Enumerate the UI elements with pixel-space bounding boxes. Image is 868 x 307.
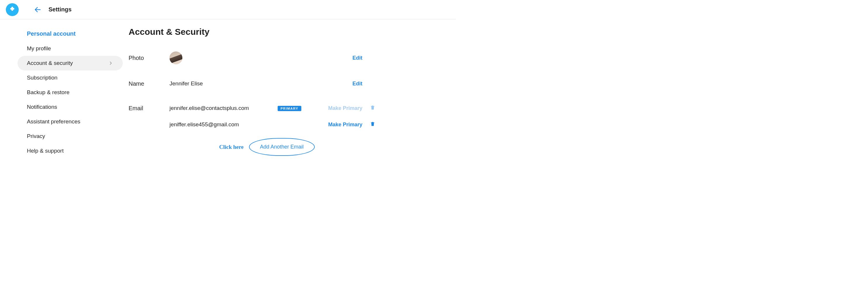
row-photo: Photo Edit — [129, 45, 456, 71]
topbar: Settings — [0, 0, 456, 19]
row-label-name: Name — [129, 81, 169, 87]
chevron-right-icon — [108, 61, 114, 66]
logo-icon — [9, 6, 16, 13]
sidebar: Personal account My profile Account & se… — [0, 26, 129, 158]
edit-name-button[interactable]: Edit — [352, 81, 363, 87]
email-address-0: jennifer.elise@contactsplus.com — [169, 105, 278, 112]
sidebar-item-assistant-preferences[interactable]: Assistant preferences — [18, 114, 123, 129]
email-address-1: jeniffer.elise455@gmail.com — [169, 121, 278, 128]
avatar[interactable] — [169, 52, 182, 64]
row-label-photo: Photo — [129, 55, 169, 61]
add-email-row: Click here Add Another Email — [129, 133, 456, 156]
page-breadcrumb: Settings — [49, 6, 71, 13]
sidebar-section-personal-account[interactable]: Personal account — [18, 26, 123, 41]
arrow-left-icon — [34, 6, 41, 13]
sidebar-item-label: Subscription — [27, 74, 58, 81]
primary-badge: PRIMARY — [278, 106, 301, 111]
page-title: Account & Security — [129, 26, 456, 45]
photo-value — [169, 52, 278, 64]
edit-photo-button[interactable]: Edit — [352, 55, 363, 61]
sidebar-item-label: Assistant preferences — [27, 118, 81, 125]
trash-icon — [370, 121, 375, 127]
add-another-email-button[interactable]: Add Another Email — [249, 138, 315, 156]
sidebar-item-my-profile[interactable]: My profile — [18, 41, 123, 56]
sidebar-item-notifications[interactable]: Notifications — [18, 100, 123, 114]
sidebar-item-subscription[interactable]: Subscription — [18, 70, 123, 85]
name-value: Jennifer Elise — [169, 81, 278, 87]
row-label-email: Email — [129, 105, 169, 112]
sidebar-item-label: Backup & restore — [27, 89, 69, 96]
trash-icon — [370, 105, 375, 110]
sidebar-item-privacy[interactable]: Privacy — [18, 129, 123, 144]
delete-email-button-0 — [370, 106, 375, 111]
row-name: Name Jennifer Elise Edit — [129, 71, 456, 96]
sidebar-item-backup-restore[interactable]: Backup & restore — [18, 85, 123, 100]
row-email-1: jeniffer.elise455@gmail.com Make Primary — [129, 116, 456, 133]
main-panel: Account & Security Photo Edit Name Jenni… — [129, 26, 456, 158]
sidebar-item-help-support[interactable]: Help & support — [18, 144, 123, 158]
make-primary-button-0: Make Primary — [328, 105, 363, 112]
sidebar-item-label: Account & security — [27, 60, 73, 66]
sidebar-item-label: My profile — [27, 45, 51, 52]
sidebar-item-label: Help & support — [27, 148, 64, 154]
sidebar-item-label: Privacy — [27, 133, 45, 140]
annotation-click-here: Click here — [219, 144, 244, 150]
back-button[interactable] — [34, 6, 41, 13]
sidebar-item-account-security[interactable]: Account & security — [18, 56, 123, 70]
make-primary-button-1[interactable]: Make Primary — [328, 122, 363, 128]
row-email-0: Email jennifer.elise@contactsplus.com PR… — [129, 100, 456, 116]
app-logo[interactable] — [6, 3, 19, 16]
delete-email-button-1[interactable] — [370, 123, 375, 127]
email-section: Email jennifer.elise@contactsplus.com PR… — [129, 96, 456, 156]
sidebar-item-label: Notifications — [27, 104, 57, 110]
